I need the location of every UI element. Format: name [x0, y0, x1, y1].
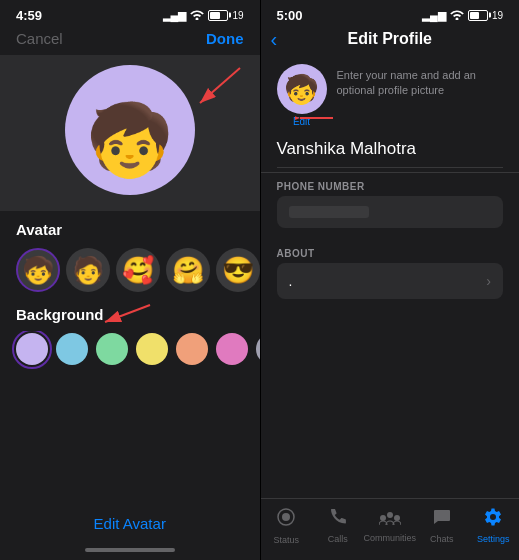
back-button[interactable]: ‹ — [271, 28, 278, 51]
battery-pct-left: 19 — [232, 10, 243, 21]
profile-header: 🧒 Edit Enter your name and add an option… — [261, 56, 520, 139]
profile-hint: Enter your name and add an optional prof… — [337, 64, 504, 99]
status-icons-left: ▂▄▆ 19 — [163, 9, 244, 22]
battery-pct-right: 19 — [492, 10, 503, 21]
svg-point-8 — [380, 515, 386, 521]
background-section: Background — [0, 302, 260, 331]
tab-chats-label: Chats — [430, 534, 454, 544]
profile-name[interactable]: Vanshika Malhotra — [277, 139, 504, 168]
signal-icon-left: ▂▄▆ — [163, 9, 187, 22]
left-panel: 4:59 ▂▄▆ 19 Cancel Done 🧒 Avat — [0, 0, 260, 560]
wifi-icon-right — [450, 9, 464, 22]
status-time-left: 4:59 — [16, 8, 42, 23]
avatar-emoji-3: 🤗 — [172, 257, 204, 283]
avatar-preview-circle: 🧒 — [65, 65, 195, 195]
phone-value-box[interactable] — [277, 196, 504, 228]
color-option-6[interactable] — [256, 333, 260, 365]
phone-value — [289, 206, 369, 218]
avatar-options-row: 🧒 🧑 🥰 🤗 😎 — [0, 244, 260, 302]
status-time-right: 5:00 — [277, 8, 303, 23]
about-value-row[interactable]: . › — [277, 263, 504, 299]
about-section: ABOUT . › — [261, 240, 520, 299]
profile-avatar-container: 🧒 Edit — [277, 64, 327, 127]
status-bar-right: 5:00 ▂▄▆ 19 — [261, 0, 520, 28]
done-button[interactable]: Done — [206, 30, 244, 47]
avatar-section-label: Avatar — [0, 211, 260, 244]
avatar-preview-area: 🧒 — [0, 55, 260, 211]
avatar-option-0[interactable]: 🧒 — [16, 248, 60, 292]
status-icons-right: ▂▄▆ 19 — [422, 9, 503, 22]
phone-label: PHONE NUMBER — [277, 181, 504, 192]
tab-chats[interactable]: Chats — [416, 507, 468, 544]
settings-icon — [483, 507, 503, 532]
edit-label-below[interactable]: Edit — [293, 116, 310, 127]
tab-settings-label: Settings — [477, 534, 510, 544]
avatar-emoji-1: 🧑 — [72, 257, 104, 283]
avatar-emoji-4: 😎 — [222, 257, 254, 283]
cancel-button[interactable]: Cancel — [16, 30, 63, 47]
battery-icon-right — [468, 10, 488, 21]
about-chevron-icon: › — [486, 273, 491, 289]
color-option-2[interactable] — [96, 333, 128, 365]
avatar-emoji-preview: 🧒 — [86, 105, 173, 175]
color-option-0[interactable] — [16, 333, 48, 365]
color-option-3[interactable] — [136, 333, 168, 365]
status-bar-left: 4:59 ▂▄▆ 19 — [0, 0, 260, 28]
color-option-1[interactable] — [56, 333, 88, 365]
avatar-option-4[interactable]: 😎 — [216, 248, 260, 292]
profile-avatar-emoji: 🧒 — [284, 73, 319, 106]
tab-calls[interactable]: Calls — [312, 507, 364, 544]
about-label: ABOUT — [277, 248, 504, 259]
bottom-tab-bar: Status Calls Communities Chats Settings — [261, 498, 520, 560]
color-option-5[interactable] — [216, 333, 248, 365]
color-option-4[interactable] — [176, 333, 208, 365]
avatar-emoji-0: 🧒 — [22, 257, 54, 283]
tab-settings[interactable]: Settings — [468, 507, 519, 544]
avatar-option-3[interactable]: 🤗 — [166, 248, 210, 292]
battery-icon-left — [208, 10, 228, 21]
tab-communities-label: Communities — [364, 533, 417, 543]
background-label: Background — [0, 302, 260, 331]
top-nav-right: ‹ Edit Profile — [261, 28, 520, 56]
about-value: . — [289, 273, 293, 289]
avatar-emoji-2: 🥰 — [122, 257, 154, 283]
right-panel: 5:00 ▂▄▆ 19 ‹ Edit Profile 🧒 Edit Enter … — [261, 0, 520, 560]
edit-avatar-button[interactable]: Edit Avatar — [94, 515, 166, 532]
avatar-option-2[interactable]: 🥰 — [116, 248, 160, 292]
page-title: Edit Profile — [348, 30, 432, 48]
calls-icon — [328, 507, 348, 532]
tab-status[interactable]: Status — [261, 506, 313, 545]
wifi-icon-left — [190, 9, 204, 22]
status-icon — [275, 506, 297, 533]
tab-status-label: Status — [273, 535, 299, 545]
avatar-option-1[interactable]: 🧑 — [66, 248, 110, 292]
signal-icon-right: ▂▄▆ — [422, 9, 446, 22]
chats-icon — [432, 507, 452, 532]
color-options-row — [0, 331, 260, 377]
svg-point-10 — [394, 515, 400, 521]
tab-calls-label: Calls — [328, 534, 348, 544]
home-indicator-left — [85, 548, 175, 552]
tab-communities[interactable]: Communities — [364, 508, 417, 543]
svg-point-9 — [387, 512, 393, 518]
name-field: Vanshika Malhotra — [261, 139, 520, 173]
top-nav-left: Cancel Done — [0, 28, 260, 55]
phone-section: PHONE NUMBER — [261, 173, 520, 240]
profile-avatar-small[interactable]: 🧒 — [277, 64, 327, 114]
communities-icon — [379, 508, 401, 531]
svg-point-7 — [282, 513, 290, 521]
